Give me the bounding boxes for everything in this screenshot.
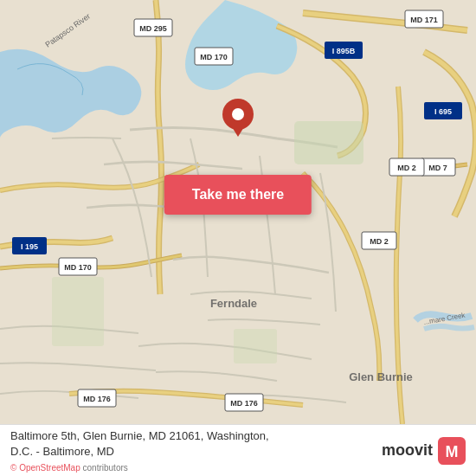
address-text: Baltimore 5th, Glen Burnie, MD 21061, Wa… <box>10 428 269 459</box>
svg-rect-2 <box>52 277 104 346</box>
svg-text:MD 171: MD 171 <box>410 16 438 24</box>
svg-text:Glen Burnie: Glen Burnie <box>349 370 413 383</box>
svg-text:I 695: I 695 <box>434 107 452 116</box>
info-bar: Baltimore 5th, Glen Burnie, MD 21061, Wa… <box>0 424 476 476</box>
info-left: Baltimore 5th, Glen Burnie, MD 21061, Wa… <box>10 428 269 472</box>
svg-text:Ferndale: Ferndale <box>210 297 257 310</box>
moovit-logo: moovit M <box>382 437 466 465</box>
svg-text:MD 295: MD 295 <box>139 24 167 33</box>
svg-marker-34 <box>229 123 247 137</box>
svg-text:I 195: I 195 <box>21 242 38 251</box>
svg-text:MD 170: MD 170 <box>200 53 228 61</box>
osm-credit: © OpenStreetMap contributors <box>10 463 269 473</box>
svg-text:M: M <box>446 443 459 460</box>
take-me-there-button[interactable]: Take me there <box>164 175 312 215</box>
svg-text:MD 176: MD 176 <box>83 395 111 403</box>
svg-text:MD 2: MD 2 <box>370 237 389 246</box>
svg-text:MD 170: MD 170 <box>64 263 92 272</box>
svg-text:MD 176: MD 176 <box>230 399 258 408</box>
svg-text:MD 2: MD 2 <box>397 164 416 172</box>
svg-text:I 895B: I 895B <box>332 47 356 55</box>
svg-text:MD 7: MD 7 <box>428 164 447 172</box>
map-container: MD 295 MD 171 I 895B MD 170 I 695 MD 7 M… <box>0 0 476 424</box>
osm-link[interactable]: © OpenStreetMap <box>10 463 80 473</box>
location-pin <box>222 99 254 140</box>
moovit-text: moovit <box>382 441 433 460</box>
svg-rect-1 <box>294 121 363 164</box>
moovit-icon: M <box>438 437 466 465</box>
svg-point-33 <box>232 108 244 120</box>
osm-contributors: contributors <box>83 463 128 473</box>
svg-rect-3 <box>234 329 277 363</box>
